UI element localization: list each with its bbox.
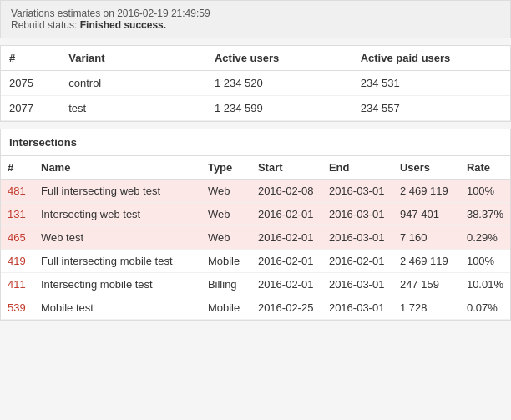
intersection-end: 2016-03-01 (322, 180, 393, 203)
col-header-end: End (322, 156, 393, 180)
intersection-end: 2016-03-01 (322, 296, 393, 320)
intersection-type: Web (201, 226, 251, 250)
intersection-name: Full intersecting mobile test (34, 250, 201, 273)
intersection-end: 2016-03-01 (322, 226, 393, 250)
col-header-active-paid: Active paid users (352, 46, 510, 71)
intersection-start: 2016-02-01 (251, 250, 322, 273)
list-item: 481 Full intersecting web test Web 2016-… (1, 180, 510, 203)
intersection-users: 2 469 119 (393, 250, 460, 273)
col-header-type: Type (201, 156, 251, 180)
table-row: 2075 control 1 234 520 234 531 (1, 71, 510, 96)
intersection-users: 1 728 (393, 296, 460, 320)
rebuild-label: Rebuild status: (11, 19, 77, 31)
timestamp-line: Variations estimates on 2016-02-19 21:49… (11, 8, 500, 19)
intersection-users: 247 159 (393, 273, 460, 296)
intersection-end: 2016-03-01 (322, 203, 393, 226)
col-header-users: Users (393, 156, 460, 180)
intersection-users: 7 160 (393, 226, 460, 250)
intersections-table: # Name Type Start End Users Rate 481 Ful… (1, 156, 510, 320)
col-header-name: Name (34, 156, 201, 180)
intersection-end: 2016-02-01 (322, 250, 393, 273)
intersection-id: 481 (1, 180, 34, 203)
intersection-users: 2 469 119 (393, 180, 460, 203)
intersection-id: 539 (1, 296, 34, 320)
variants-header-row: # Variant Active users Active paid users (1, 46, 510, 71)
intersection-id: 419 (1, 250, 34, 273)
intersection-name: Intersecting web test (34, 203, 201, 226)
intersection-start: 2016-02-01 (251, 203, 322, 226)
intersection-id: 131 (1, 203, 34, 226)
col-header-rate: Rate (460, 156, 510, 180)
col-header-start: Start (251, 156, 322, 180)
intersection-start: 2016-02-01 (251, 273, 322, 296)
variant-active-users: 1 234 599 (206, 96, 352, 121)
intersection-rate: 10.01% (460, 273, 510, 296)
col-header-variant: Variant (60, 46, 206, 71)
variant-active-paid-users: 234 557 (352, 96, 510, 121)
list-item: 131 Intersecting web test Web 2016-02-01… (1, 203, 510, 226)
intersection-start: 2016-02-08 (251, 180, 322, 203)
intersections-header-row: # Name Type Start End Users Rate (1, 156, 510, 180)
variant-id: 2077 (1, 96, 60, 121)
variant-active-users: 1 234 520 (206, 71, 352, 96)
col-header-id: # (1, 46, 60, 71)
intersection-type: Web (201, 203, 251, 226)
rebuild-line: Rebuild status: Finished success. (11, 19, 500, 31)
col-header-active-users: Active users (206, 46, 352, 71)
intersection-type: Billing (201, 273, 251, 296)
intersection-start: 2016-02-25 (251, 296, 322, 320)
list-item: 465 Web test Web 2016-02-01 2016-03-01 7… (1, 226, 510, 250)
top-section: Variations estimates on 2016-02-19 21:49… (0, 0, 511, 38)
list-item: 539 Mobile test Mobile 2016-02-25 2016-0… (1, 296, 510, 320)
variant-name: control (60, 71, 206, 96)
variants-table: # Variant Active users Active paid users… (1, 46, 510, 121)
intersection-type: Mobile (201, 250, 251, 273)
intersection-type: Mobile (201, 296, 251, 320)
intersection-name: Web test (34, 226, 201, 250)
intersections-title: Intersections (1, 129, 510, 156)
intersection-rate: 100% (460, 250, 510, 273)
variant-active-paid-users: 234 531 (352, 71, 510, 96)
intersection-name: Mobile test (34, 296, 201, 320)
intersection-end: 2016-03-01 (322, 273, 393, 296)
intersection-users: 947 401 (393, 203, 460, 226)
list-item: 419 Full intersecting mobile test Mobile… (1, 250, 510, 273)
intersection-id: 465 (1, 226, 34, 250)
list-item: 411 Intersecting mobile test Billing 201… (1, 273, 510, 296)
variant-id: 2075 (1, 71, 60, 96)
rebuild-value: Finished success. (80, 19, 166, 31)
intersection-id: 411 (1, 273, 34, 296)
intersection-name: Full intersecting web test (34, 180, 201, 203)
intersection-rate: 100% (460, 180, 510, 203)
intersection-rate: 0.29% (460, 226, 510, 250)
col-header-hash: # (1, 156, 34, 180)
intersection-type: Web (201, 180, 251, 203)
intersection-rate: 38.37% (460, 203, 510, 226)
table-row: 2077 test 1 234 599 234 557 (1, 96, 510, 121)
intersection-name: Intersecting mobile test (34, 273, 201, 296)
variants-table-wrapper: # Variant Active users Active paid users… (0, 45, 511, 122)
intersections-section: Intersections # Name Type Start End User… (0, 129, 511, 321)
intersection-rate: 0.07% (460, 296, 510, 320)
variant-name: test (60, 96, 206, 121)
intersection-start: 2016-02-01 (251, 226, 322, 250)
